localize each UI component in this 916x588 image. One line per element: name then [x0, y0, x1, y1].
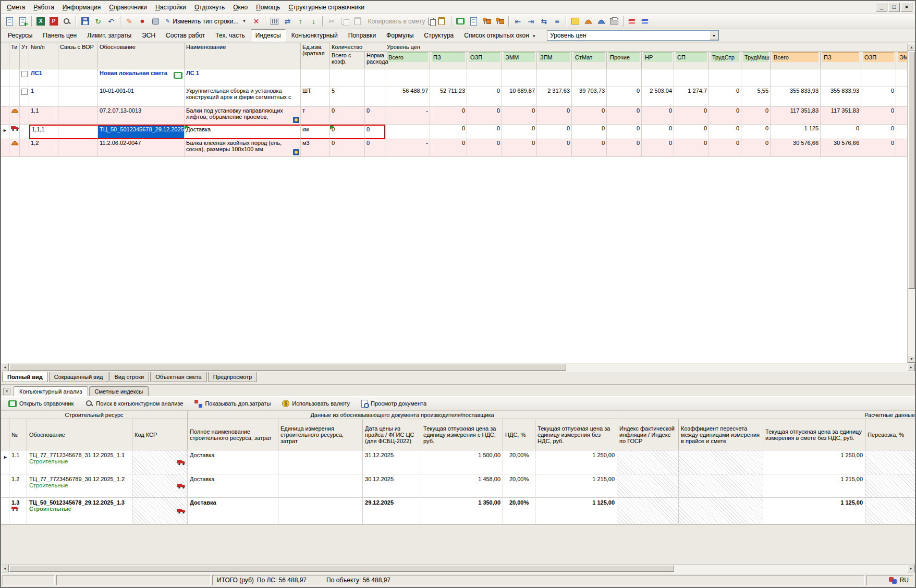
grid-cell[interactable]: 0 — [467, 107, 502, 125]
resource-orange-button[interactable] — [582, 15, 594, 28]
price-sheet-button[interactable] — [467, 15, 480, 28]
grid-cell[interactable]: 355 833,93 — [821, 87, 861, 107]
grid-cell[interactable]: 0 — [741, 125, 771, 139]
grid-cell[interactable]: 117 351,83 — [821, 107, 861, 125]
grid-cell[interactable] — [709, 69, 741, 87]
grid-cell[interactable] — [502, 69, 537, 87]
grid-cell[interactable]: 0 — [467, 87, 502, 107]
table-cell[interactable]: 31.12.2025 — [363, 450, 421, 474]
grid-cell[interactable]: 56 488,97 — [385, 87, 430, 107]
grid-cell[interactable] — [896, 69, 907, 87]
grid-cell[interactable]: 0 — [330, 139, 365, 157]
grid-cell[interactable] — [572, 69, 607, 87]
grid-cell[interactable]: ЛС1 — [29, 69, 58, 87]
transfer-button[interactable]: ⇄ — [281, 15, 294, 28]
grid-cell[interactable] — [642, 69, 674, 87]
view-document-button[interactable]: Просмотр документа — [357, 398, 431, 410]
maximize-button[interactable]: □ — [888, 3, 900, 12]
save-button[interactable] — [79, 15, 91, 28]
grid-cell[interactable] — [365, 87, 385, 107]
grid-cell[interactable]: 0 — [467, 139, 502, 157]
grid-cell[interactable]: т — [301, 107, 330, 125]
grid-cell[interactable] — [58, 139, 98, 157]
grid-cell[interactable]: 0 — [365, 107, 385, 125]
grid-cell[interactable]: 0 — [642, 107, 674, 125]
row-type-cell[interactable] — [9, 139, 20, 157]
grid-cell[interactable] — [385, 125, 430, 139]
levels-button[interactable]: ≡ — [551, 15, 563, 28]
grid-cell[interactable]: 30 576,66 — [821, 139, 861, 157]
table-cell[interactable]: 1 215,00 — [763, 474, 865, 498]
open-windows-dropdown[interactable]: Список открытых окон ▼ — [459, 29, 541, 42]
grid-cell[interactable] — [741, 69, 771, 87]
grid-cell[interactable]: 0 — [330, 125, 365, 139]
grid-cell[interactable]: 1 125 — [771, 125, 821, 139]
grid-cell[interactable]: 0 — [502, 107, 537, 125]
menu-rabota[interactable]: Работа — [29, 2, 58, 13]
table-cell[interactable]: 20,00% — [503, 474, 535, 498]
approved-cell[interactable] — [20, 69, 29, 87]
grid-cell[interactable]: 1,1 — [29, 107, 58, 125]
layers-blue-button[interactable] — [639, 15, 652, 28]
open-book-button[interactable] — [454, 15, 467, 28]
scrollbar-thumb[interactable] — [9, 364, 566, 371]
view-tab-row[interactable]: Вид строки — [109, 372, 150, 382]
edit-sheet-button[interactable]: ✎ — [123, 15, 136, 28]
approved-cell[interactable] — [20, 139, 29, 157]
grid-cell[interactable]: 0 — [709, 87, 741, 107]
grid-cell[interactable]: 0 — [430, 107, 467, 125]
checkbox[interactable] — [21, 71, 28, 77]
grid-cell[interactable]: - — [385, 139, 430, 157]
grid-cell[interactable]: км — [301, 125, 330, 139]
grid-cell[interactable]: 0 — [607, 87, 642, 107]
resource-blue-button[interactable] — [595, 15, 607, 28]
language-indicator[interactable]: RU — [866, 575, 913, 585]
grid-cell[interactable] — [896, 107, 907, 125]
table-cell[interactable]: ТЦ_50_5012345678_29.12.2025_1.3Строитель… — [27, 498, 132, 524]
update-prices-button[interactable]: ☻ — [136, 15, 149, 28]
grid-cell[interactable]: 0 — [572, 125, 607, 139]
grid-cell[interactable]: 0 — [709, 107, 741, 125]
grid-cell[interactable] — [58, 87, 98, 107]
grid-cell[interactable]: 0 — [674, 107, 709, 125]
table-cell[interactable]: 1.3 — [9, 498, 27, 524]
grid-cell[interactable]: Новая локальная смета — [98, 69, 185, 87]
grid-cell[interactable] — [58, 125, 98, 139]
tab-formuly[interactable]: Формулы — [382, 29, 418, 42]
grid-cell[interactable]: 0 — [365, 139, 385, 157]
close-button[interactable]: × — [901, 3, 912, 12]
grid-cell[interactable] — [467, 69, 502, 87]
scrollbar-thumb[interactable] — [908, 52, 915, 289]
use-currency-button[interactable]: $Использовать валюту — [278, 398, 354, 409]
change-row-type-button[interactable]: ✎ Изменить тип строки... ▼ — [162, 15, 249, 28]
grid-cell[interactable]: 0 — [821, 125, 861, 139]
grid-cell[interactable]: 0 — [537, 125, 572, 139]
price-level-combobox[interactable]: Уровень цен ▼ — [547, 30, 719, 41]
table-cell[interactable]: 30.12.2025 — [363, 474, 421, 498]
view-tab-full[interactable]: Полный вид — [2, 372, 48, 382]
table-cell[interactable]: 1 458,00 — [421, 474, 503, 498]
new-estimate-button[interactable] — [3, 15, 16, 28]
vertical-scrollbar[interactable]: ▲ ▼ — [907, 43, 915, 363]
view-tab-object[interactable]: Объектная смета — [150, 372, 207, 382]
table-cell[interactable]: 1 125,00 — [763, 498, 865, 524]
grid-cell[interactable]: 5,55 — [741, 87, 771, 107]
grid-cell[interactable]: 0 — [861, 139, 896, 157]
grid-cell[interactable] — [674, 69, 709, 87]
table-cell[interactable]: 1 250,00 — [763, 450, 865, 474]
grid-cell[interactable]: 0 — [674, 139, 709, 157]
approved-cell[interactable] — [20, 125, 29, 139]
panel-tab-smetnye-indeksy[interactable]: Сметные индексы — [89, 386, 149, 396]
table-cell[interactable] — [278, 498, 363, 524]
grid-cell[interactable]: ШТ — [301, 87, 330, 107]
tab-konyunkturny[interactable]: Конъюнктурный — [287, 29, 343, 42]
add-row-button[interactable] — [16, 15, 29, 28]
chevron-down-icon[interactable]: ▼ — [710, 31, 718, 40]
grid-cell[interactable] — [430, 69, 467, 87]
tab-resursy[interactable]: Ресурсы — [3, 29, 37, 42]
menu-otdohnut[interactable]: Отдохнуть — [190, 2, 229, 13]
grid-cell[interactable]: 3 — [896, 87, 907, 107]
grid-cell[interactable] — [821, 69, 861, 87]
grid-cell[interactable]: 11.2.06.02-0047 — [98, 139, 185, 157]
table-cell[interactable]: Доставка — [188, 498, 278, 524]
